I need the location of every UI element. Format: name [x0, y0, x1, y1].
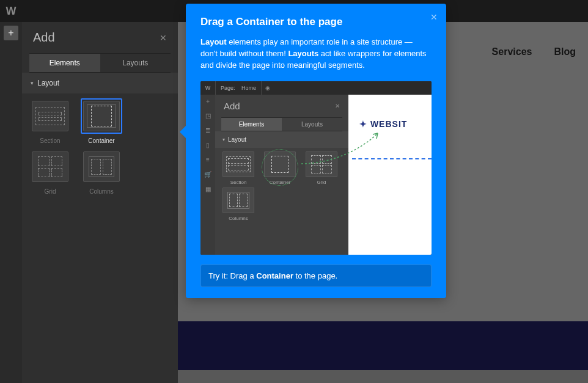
cms-icon: ≡ [204, 156, 212, 164]
element-container[interactable]: Container [78, 98, 125, 144]
plus-icon: ＋ [204, 97, 212, 106]
mini-panel-title: Add [224, 101, 240, 111]
mini-canvas: WEBSIT [348, 95, 432, 255]
panel-title: Add [33, 31, 55, 45]
element-section[interactable]: Section [27, 98, 73, 144]
mini-leftrail: ＋ ◳ ≣ ▯ ≡ 🛒 ▦ [200, 95, 215, 255]
columns-thumb [83, 151, 120, 182]
popover-close-button[interactable]: ✕ [430, 12, 438, 22]
tab-layouts[interactable]: Layouts [100, 54, 171, 72]
tab-elements[interactable]: Elements [29, 54, 100, 72]
popover-description: Layout elements play an important role i… [200, 37, 432, 71]
mini-topbar: W Page: Home ◉ [200, 81, 432, 95]
tutorial-popover: ✕ Drag a Container to the page Layout el… [186, 4, 446, 298]
ecommerce-icon: 🛒 [204, 170, 212, 179]
container-thumb [83, 101, 120, 131]
webflow-logo[interactable]: W [0, 0, 22, 22]
mini-logo: W [200, 85, 215, 91]
element-label: Grid [45, 188, 56, 195]
element-grid[interactable]: Grid [27, 149, 73, 195]
left-rail: + [0, 22, 22, 383]
mini-element-section: Section [219, 151, 258, 185]
assets-icon: ▦ [204, 185, 212, 194]
mini-element-container: Container [260, 151, 300, 185]
preview-icon: ◉ [262, 85, 270, 91]
popover-title: Drag a Container to the page [200, 16, 432, 28]
page-icon: ▯ [204, 141, 212, 150]
element-label: Section [40, 137, 60, 144]
box-icon: ◳ [204, 112, 212, 120]
mini-tab-elements: Elements [221, 118, 282, 131]
drop-indicator [352, 158, 432, 159]
navigator-icon: ≣ [204, 126, 212, 135]
element-label: Container [88, 137, 114, 144]
add-elements-button[interactable]: + [4, 26, 18, 40]
popover-illustration: W Page: Home ◉ ＋ ◳ ≣ ▯ ≡ 🛒 ▦ Add ✕ Eleme… [200, 81, 432, 255]
panel-close-button[interactable]: ✕ [160, 33, 167, 43]
mini-panel-close: ✕ [335, 103, 340, 109]
mini-element-columns: Columns [219, 188, 258, 221]
mini-site-brand: WEBSIT [359, 119, 407, 129]
element-columns[interactable]: Columns [78, 149, 125, 195]
popover-arrow [180, 126, 186, 138]
mini-page-indicator: Page: Home [215, 81, 262, 95]
section-thumb [32, 101, 68, 131]
mini-add-panel: Add ✕ Elements Layouts Layout Section Co… [215, 95, 348, 255]
section-header-layout[interactable]: Layout [22, 73, 178, 93]
mini-element-grid: Grid [302, 151, 341, 185]
mini-section-layout: Layout [215, 131, 348, 148]
grid-thumb [32, 151, 68, 182]
element-label: Columns [89, 188, 113, 195]
mini-tab-layouts: Layouts [282, 118, 342, 131]
try-it-hint: Try it: Drag a Container to the page. [200, 264, 432, 287]
add-panel: Add ✕ Elements Layouts Layout Section Co… [22, 22, 178, 383]
